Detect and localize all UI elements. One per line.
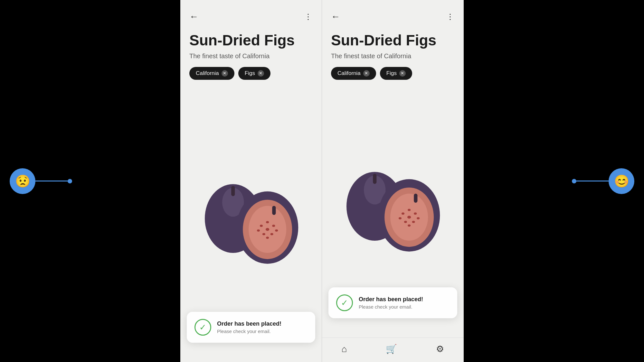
svg-point-27 xyxy=(404,221,407,223)
svg-point-25 xyxy=(402,213,404,215)
notification-subtitle-left: Please check your email. xyxy=(217,329,281,334)
left-emoji-indicator: 😟 xyxy=(10,168,72,194)
tag-california-label-left: California xyxy=(196,70,219,77)
notification-text-right: Order has been placed! Please check your… xyxy=(359,296,423,310)
home-icon[interactable]: ⌂ xyxy=(342,344,347,354)
fig-illustration-right xyxy=(338,154,448,270)
phones-container: ← ⋮ Sun-Dried Figs The finest taste of C… xyxy=(180,0,464,362)
left-dot xyxy=(68,179,72,183)
right-emoji-indicator: 😊 xyxy=(572,168,634,194)
svg-rect-19 xyxy=(373,174,376,184)
cart-icon[interactable]: 🛒 xyxy=(386,344,397,354)
scene: 😟 ← ⋮ Sun-Dried Figs The finest taste of… xyxy=(0,0,644,362)
right-line xyxy=(576,181,609,181)
tag-california-remove-left[interactable]: ✕ xyxy=(222,70,228,77)
content-right: Sun-Dried Figs The finest taste of Calif… xyxy=(322,27,464,338)
svg-point-31 xyxy=(408,209,411,211)
svg-point-14 xyxy=(266,221,269,223)
tag-figs-remove-right[interactable]: ✕ xyxy=(399,70,406,77)
notification-subtitle-right: Please check your email. xyxy=(359,304,423,310)
top-bar-left: ← ⋮ xyxy=(180,0,322,27)
svg-point-29 xyxy=(399,217,402,219)
notification-text-left: Order has been placed! Please check your… xyxy=(217,320,281,334)
notification-title-right: Order has been placed! xyxy=(359,296,423,303)
content-left: Sun-Dried Figs The finest taste of Calif… xyxy=(180,27,322,362)
notification-card-right: ✓ Order has been placed! Please check yo… xyxy=(328,287,457,318)
tags-right: California ✕ Figs ✕ xyxy=(331,67,455,80)
menu-button-left[interactable]: ⋮ xyxy=(304,12,313,21)
svg-point-10 xyxy=(262,233,265,235)
tag-figs-label-left: Figs xyxy=(245,70,255,77)
image-area-left: ✓ Order has been placed! Please check yo… xyxy=(180,86,322,362)
phone-left: ← ⋮ Sun-Dried Figs The finest taste of C… xyxy=(180,0,322,362)
svg-point-12 xyxy=(257,229,260,232)
svg-point-9 xyxy=(272,225,275,227)
svg-point-8 xyxy=(260,225,263,227)
tag-california-right[interactable]: California ✕ xyxy=(331,67,376,80)
product-subtitle-left: The finest taste of California xyxy=(189,52,313,60)
right-dot xyxy=(572,179,576,183)
tag-california-label-right: California xyxy=(337,70,361,77)
phone-right: ← ⋮ Sun-Dried Figs The finest taste of C… xyxy=(322,0,464,362)
settings-icon[interactable]: ⚙ xyxy=(436,344,444,354)
svg-point-28 xyxy=(412,221,415,223)
svg-rect-2 xyxy=(231,186,235,196)
tag-figs-remove-left[interactable]: ✕ xyxy=(258,70,264,77)
svg-point-30 xyxy=(417,217,420,219)
product-subtitle-right: The finest taste of California xyxy=(331,52,455,60)
tags-left: California ✕ Figs ✕ xyxy=(189,67,313,80)
tag-figs-label-right: Figs xyxy=(386,70,397,77)
left-line xyxy=(35,181,68,181)
check-icon-left: ✓ xyxy=(194,319,211,336)
tag-california-left[interactable]: California ✕ xyxy=(189,67,234,80)
tag-figs-right[interactable]: Figs ✕ xyxy=(380,67,412,80)
notification-title-left: Order has been placed! xyxy=(217,320,281,327)
tag-figs-left[interactable]: Figs ✕ xyxy=(238,67,270,80)
svg-point-7 xyxy=(266,228,269,231)
bottom-nav-right: ⌂ 🛒 ⚙ xyxy=(322,338,464,362)
check-icon-right: ✓ xyxy=(336,294,353,311)
menu-button-right[interactable]: ⋮ xyxy=(446,12,455,21)
svg-point-26 xyxy=(414,213,417,215)
svg-point-11 xyxy=(270,233,273,235)
notification-card-left: ✓ Order has been placed! Please check yo… xyxy=(187,312,315,343)
svg-point-15 xyxy=(266,237,269,239)
fig-illustration-left xyxy=(196,166,306,282)
svg-point-13 xyxy=(275,229,278,232)
image-area-right: ✓ Order has been placed! Please check yo… xyxy=(322,86,464,338)
product-title-right: Sun-Dried Figs xyxy=(331,32,455,49)
top-bar-right: ← ⋮ xyxy=(322,0,464,27)
svg-point-32 xyxy=(408,225,411,227)
happy-emoji: 😊 xyxy=(609,168,634,194)
back-button-left[interactable]: ← xyxy=(189,12,198,22)
tag-california-remove-right[interactable]: ✕ xyxy=(363,70,370,77)
svg-point-24 xyxy=(407,216,411,219)
back-button-right[interactable]: ← xyxy=(331,12,340,22)
sad-emoji: 😟 xyxy=(10,168,35,194)
svg-rect-16 xyxy=(272,206,276,215)
svg-rect-33 xyxy=(414,194,417,203)
product-title-left: Sun-Dried Figs xyxy=(189,32,313,49)
